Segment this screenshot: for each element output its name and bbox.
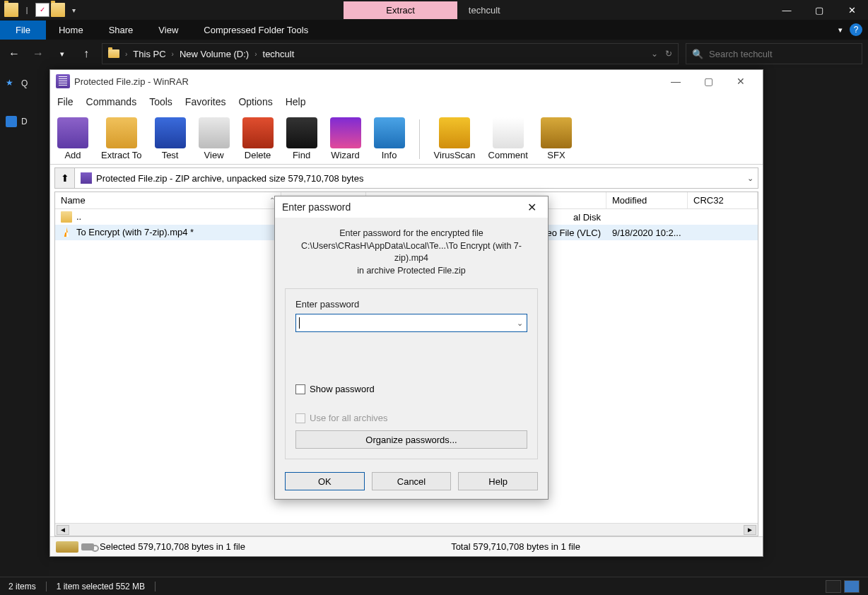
ribbon-tab-file[interactable]: File [0, 20, 46, 40]
toolbar-extract-to[interactable]: Extract To [101, 117, 142, 160]
checkbox-icon [295, 384, 305, 394]
toolbar-label: Comment [488, 150, 528, 160]
toolbar-info[interactable]: Info [374, 117, 405, 160]
col-crc[interactable]: CRC32 [688, 192, 758, 208]
nav-recent-icon[interactable]: ▾ [54, 45, 71, 62]
close-button[interactable]: ✕ [522, 201, 541, 214]
toolbar-test[interactable]: Test [155, 117, 186, 160]
toolbar-delete[interactable]: Delete [242, 117, 274, 160]
crumb-folder[interactable]: techcult [263, 49, 295, 59]
toolbar-virusscan[interactable]: VirusScan [434, 117, 476, 160]
ribbon-tab-compressed[interactable]: Compressed Folder Tools [191, 20, 321, 40]
help-icon[interactable]: ? [850, 23, 862, 36]
toolbar-label: SFX [547, 150, 565, 160]
toolbar-wizard[interactable]: Wizard [330, 117, 361, 160]
folder-icon [61, 211, 72, 223]
password-dialog: Enter password ✕ Enter password for the … [274, 196, 549, 500]
view-icon [199, 117, 230, 148]
contextual-tab-extract[interactable]: Extract [344, 1, 457, 19]
menu-favorites[interactable]: Favorites [185, 96, 226, 107]
nav-up-icon[interactable]: ↑ [78, 45, 95, 62]
view-details-button[interactable] [826, 580, 841, 593]
sidebar-quick-access[interactable]: ★Q [4, 75, 45, 92]
toolbar-label: Delete [245, 150, 271, 160]
info-icon [374, 117, 405, 148]
extract-to-icon [106, 117, 137, 148]
menu-options[interactable]: Options [238, 96, 272, 107]
password-group: Enter password ⌄ Show password Use for a… [285, 288, 538, 459]
toolbar-add[interactable]: Add [57, 117, 88, 160]
show-password-checkbox[interactable]: Show password [295, 384, 527, 394]
close-button[interactable]: ✕ [725, 71, 757, 92]
menu-help[interactable]: Help [286, 96, 306, 107]
refresh-icon[interactable]: ↻ [665, 49, 672, 59]
scroll-right-icon[interactable]: ► [744, 525, 756, 535]
toolbar-comment[interactable]: Comment [488, 117, 528, 160]
search-input[interactable]: 🔍 Search techcult [686, 43, 862, 64]
vlc-icon [61, 227, 72, 238]
maximize-button[interactable]: ▢ [692, 71, 725, 92]
toolbar-find[interactable]: Find [286, 117, 317, 160]
search-icon: 🔍 [692, 49, 703, 59]
ribbon-tab-home[interactable]: Home [46, 20, 96, 40]
toolbar-separator [419, 119, 420, 159]
new-folder-icon[interactable] [51, 3, 65, 17]
up-arrow-icon: ⬆ [61, 172, 69, 184]
dialog-message: Enter password for the encrypted file C:… [275, 218, 548, 284]
maximize-button[interactable]: ▢ [803, 0, 835, 20]
nav-back-icon[interactable]: ← [6, 45, 23, 62]
password-field[interactable] [300, 318, 512, 329]
horizontal-scrollbar[interactable]: ◄ ► [55, 523, 758, 536]
explorer-titlebar: | ✓ ▾ Extract techcult — ▢ ✕ [0, 0, 868, 20]
password-input[interactable]: ⌄ [295, 314, 527, 332]
col-modified[interactable]: Modified [606, 192, 688, 208]
close-button[interactable]: ✕ [835, 0, 868, 20]
test-icon [155, 117, 186, 148]
minimize-button[interactable]: — [659, 71, 692, 92]
winrar-menu: File Commands Tools Favorites Options He… [50, 93, 763, 111]
ribbon-tab-share[interactable]: Share [96, 20, 146, 40]
properties-icon[interactable]: ✓ [35, 3, 49, 17]
disk-icon [56, 541, 78, 553]
status-total: Total 579,710,708 bytes in 1 file [451, 541, 580, 552]
sidebar-drive[interactable]: D [4, 113, 45, 130]
cancel-button[interactable]: Cancel [372, 472, 452, 490]
address-dropdown-icon[interactable]: ⌄ [742, 174, 758, 183]
toolbar-label: Test [162, 150, 179, 160]
organize-passwords-button[interactable]: Organize passwords... [295, 430, 527, 449]
view-large-button[interactable] [844, 580, 860, 593]
qat-divider: | [20, 3, 34, 17]
toolbar-view[interactable]: View [199, 117, 230, 160]
folder-icon [4, 3, 18, 17]
explorer-sidebar: ★Q D [0, 68, 49, 577]
add-icon [57, 117, 88, 148]
crumb-volume[interactable]: New Volume (D:) [180, 49, 249, 59]
toolbar-sfx[interactable]: SFX [541, 117, 572, 160]
up-button[interactable]: ⬆ [55, 168, 75, 188]
scroll-left-icon[interactable]: ◄ [57, 525, 69, 535]
menu-file[interactable]: File [57, 96, 74, 107]
password-dropdown-icon[interactable]: ⌄ [512, 319, 527, 328]
window-title: techcult [457, 1, 512, 20]
breadcrumb[interactable]: › This PC › New Volume (D:) › techcult ⌄… [102, 43, 679, 64]
menu-tools[interactable]: Tools [149, 96, 172, 107]
ribbon-tab-view[interactable]: View [146, 20, 191, 40]
minimize-button[interactable]: — [770, 0, 803, 20]
winrar-address: ⬆ Protected File.zip - ZIP archive, unpa… [54, 167, 758, 189]
help-button[interactable]: Help [458, 472, 538, 490]
col-name[interactable]: Name⌃ [55, 192, 281, 208]
archive-path[interactable]: Protected File.zip - ZIP archive, unpack… [75, 172, 742, 184]
address-dropdown-icon[interactable]: ⌄ [651, 49, 658, 59]
crumb-thispc[interactable]: This PC [133, 49, 165, 59]
ok-button[interactable]: OK [285, 472, 365, 490]
quick-access-toolbar: | ✓ ▾ [0, 3, 85, 17]
ribbon-collapse-icon[interactable]: ▾ [838, 25, 843, 35]
status-selected: Selected 579,710,708 bytes in 1 file [100, 541, 245, 552]
toolbar-label: Extract To [101, 150, 142, 160]
password-label: Enter password [295, 299, 527, 310]
toolbar-label: Add [64, 150, 81, 160]
archive-icon [81, 172, 92, 184]
nav-forward-icon[interactable]: → [30, 45, 47, 62]
qat-dropdown-icon[interactable]: ▾ [66, 3, 81, 17]
menu-commands[interactable]: Commands [86, 96, 137, 107]
